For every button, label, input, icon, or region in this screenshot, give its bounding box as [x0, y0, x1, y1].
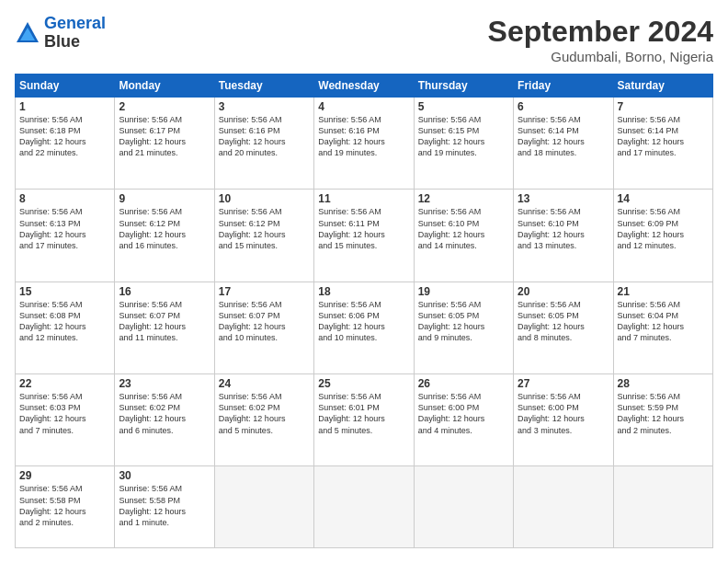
day-number: 9	[119, 192, 210, 205]
day-info: Sunrise: 5:56 AM Sunset: 6:00 PM Dayligh…	[418, 391, 509, 436]
header-tuesday: Tuesday	[214, 75, 313, 98]
header-friday: Friday	[514, 75, 613, 98]
day-info: Sunrise: 5:56 AM Sunset: 6:01 PM Dayligh…	[318, 391, 409, 436]
day-number: 5	[418, 100, 509, 113]
day-number: 1	[19, 100, 110, 113]
day-info: Sunrise: 5:56 AM Sunset: 6:15 PM Dayligh…	[418, 114, 509, 159]
day-cell: 21Sunrise: 5:56 AM Sunset: 6:04 PM Dayli…	[613, 282, 712, 373]
day-number: 29	[19, 469, 110, 482]
day-info: Sunrise: 5:56 AM Sunset: 6:08 PM Dayligh…	[19, 299, 110, 344]
day-number: 14	[618, 192, 709, 205]
day-cell: 8Sunrise: 5:56 AM Sunset: 6:13 PM Daylig…	[16, 190, 115, 282]
day-cell: 13Sunrise: 5:56 AM Sunset: 6:10 PM Dayli…	[514, 190, 613, 282]
header-sunday: Sunday	[16, 75, 115, 98]
day-info: Sunrise: 5:56 AM Sunset: 6:17 PM Dayligh…	[119, 114, 210, 159]
day-info: Sunrise: 5:56 AM Sunset: 6:13 PM Dayligh…	[19, 206, 110, 251]
day-cell: 20Sunrise: 5:56 AM Sunset: 6:05 PM Dayli…	[514, 282, 613, 373]
day-info: Sunrise: 5:56 AM Sunset: 5:58 PM Dayligh…	[19, 483, 110, 528]
header-monday: Monday	[115, 75, 214, 98]
day-info: Sunrise: 5:56 AM Sunset: 6:12 PM Dayligh…	[119, 206, 210, 251]
day-info: Sunrise: 5:56 AM Sunset: 6:02 PM Dayligh…	[119, 391, 210, 436]
day-info: Sunrise: 5:56 AM Sunset: 6:14 PM Dayligh…	[518, 114, 609, 159]
day-number: 30	[119, 469, 210, 482]
week-row-3: 15Sunrise: 5:56 AM Sunset: 6:08 PM Dayli…	[16, 282, 713, 373]
location: Gudumbali, Borno, Nigeria	[488, 49, 713, 64]
day-cell: 22Sunrise: 5:56 AM Sunset: 6:03 PM Dayli…	[16, 374, 115, 466]
day-cell: 27Sunrise: 5:56 AM Sunset: 6:00 PM Dayli…	[514, 374, 613, 466]
day-number: 11	[318, 192, 409, 205]
day-info: Sunrise: 5:56 AM Sunset: 6:18 PM Dayligh…	[19, 114, 110, 159]
day-cell: 11Sunrise: 5:56 AM Sunset: 6:11 PM Dayli…	[314, 190, 414, 282]
day-cell	[514, 466, 613, 548]
day-cell	[214, 466, 313, 548]
day-cell	[314, 466, 414, 548]
week-row-2: 8Sunrise: 5:56 AM Sunset: 6:13 PM Daylig…	[16, 190, 713, 282]
day-number: 8	[19, 192, 110, 205]
title-block: September 2024 Gudumbali, Borno, Nigeria	[488, 15, 713, 64]
day-number: 2	[119, 100, 210, 113]
day-number: 28	[618, 377, 709, 390]
day-cell: 4Sunrise: 5:56 AM Sunset: 6:16 PM Daylig…	[314, 98, 414, 190]
day-number: 23	[119, 377, 210, 390]
day-info: Sunrise: 5:56 AM Sunset: 6:16 PM Dayligh…	[219, 114, 310, 159]
day-number: 13	[518, 192, 609, 205]
page: General Blue September 2024 Gudumbali, B…	[0, 0, 728, 563]
day-number: 26	[418, 377, 509, 390]
day-cell: 10Sunrise: 5:56 AM Sunset: 6:12 PM Dayli…	[214, 190, 313, 282]
day-info: Sunrise: 5:56 AM Sunset: 6:09 PM Dayligh…	[618, 206, 709, 251]
day-cell: 17Sunrise: 5:56 AM Sunset: 6:07 PM Dayli…	[214, 282, 313, 373]
day-info: Sunrise: 5:56 AM Sunset: 6:05 PM Dayligh…	[518, 299, 609, 344]
logo-icon	[15, 20, 40, 46]
day-cell: 6Sunrise: 5:56 AM Sunset: 6:14 PM Daylig…	[514, 98, 613, 190]
header-saturday: Saturday	[613, 75, 712, 98]
day-number: 6	[518, 100, 609, 113]
day-info: Sunrise: 5:56 AM Sunset: 6:06 PM Dayligh…	[318, 299, 409, 344]
day-number: 20	[518, 285, 609, 298]
day-cell: 25Sunrise: 5:56 AM Sunset: 6:01 PM Dayli…	[314, 374, 414, 466]
day-number: 4	[318, 100, 409, 113]
day-info: Sunrise: 5:56 AM Sunset: 6:02 PM Dayligh…	[219, 391, 310, 436]
day-cell: 18Sunrise: 5:56 AM Sunset: 6:06 PM Dayli…	[314, 282, 414, 373]
day-number: 22	[19, 377, 110, 390]
day-number: 17	[219, 285, 310, 298]
day-number: 15	[19, 285, 110, 298]
day-info: Sunrise: 5:56 AM Sunset: 6:16 PM Dayligh…	[318, 114, 409, 159]
day-number: 18	[318, 285, 409, 298]
day-info: Sunrise: 5:56 AM Sunset: 6:00 PM Dayligh…	[518, 391, 609, 436]
day-cell: 7Sunrise: 5:56 AM Sunset: 6:14 PM Daylig…	[613, 98, 712, 190]
calendar-table: Sunday Monday Tuesday Wednesday Thursday…	[15, 74, 713, 548]
day-number: 7	[618, 100, 709, 113]
day-info: Sunrise: 5:56 AM Sunset: 5:59 PM Dayligh…	[618, 391, 709, 436]
day-info: Sunrise: 5:56 AM Sunset: 6:07 PM Dayligh…	[119, 299, 210, 344]
day-cell: 14Sunrise: 5:56 AM Sunset: 6:09 PM Dayli…	[613, 190, 712, 282]
day-number: 19	[418, 285, 509, 298]
day-cell	[414, 466, 513, 548]
day-number: 21	[618, 285, 709, 298]
day-info: Sunrise: 5:56 AM Sunset: 6:07 PM Dayligh…	[219, 299, 310, 344]
logo: General Blue	[15, 15, 106, 52]
day-info: Sunrise: 5:56 AM Sunset: 6:04 PM Dayligh…	[618, 299, 709, 344]
header: General Blue September 2024 Gudumbali, B…	[15, 15, 713, 64]
day-cell: 9Sunrise: 5:56 AM Sunset: 6:12 PM Daylig…	[115, 190, 214, 282]
day-cell: 28Sunrise: 5:56 AM Sunset: 5:59 PM Dayli…	[613, 374, 712, 466]
day-cell: 1Sunrise: 5:56 AM Sunset: 6:18 PM Daylig…	[16, 98, 115, 190]
day-number: 16	[119, 285, 210, 298]
day-info: Sunrise: 5:56 AM Sunset: 6:05 PM Dayligh…	[418, 299, 509, 344]
day-number: 24	[219, 377, 310, 390]
day-cell: 16Sunrise: 5:56 AM Sunset: 6:07 PM Dayli…	[115, 282, 214, 373]
week-row-1: 1Sunrise: 5:56 AM Sunset: 6:18 PM Daylig…	[16, 98, 713, 190]
day-info: Sunrise: 5:56 AM Sunset: 6:10 PM Dayligh…	[518, 206, 609, 251]
weekday-header-row: Sunday Monday Tuesday Wednesday Thursday…	[16, 75, 713, 98]
day-cell: 24Sunrise: 5:56 AM Sunset: 6:02 PM Dayli…	[214, 374, 313, 466]
day-cell: 15Sunrise: 5:56 AM Sunset: 6:08 PM Dayli…	[16, 282, 115, 373]
day-cell: 12Sunrise: 5:56 AM Sunset: 6:10 PM Dayli…	[414, 190, 513, 282]
logo-text: General Blue	[44, 15, 106, 52]
header-wednesday: Wednesday	[314, 75, 414, 98]
day-cell: 23Sunrise: 5:56 AM Sunset: 6:02 PM Dayli…	[115, 374, 214, 466]
day-cell: 19Sunrise: 5:56 AM Sunset: 6:05 PM Dayli…	[414, 282, 513, 373]
day-cell: 29Sunrise: 5:56 AM Sunset: 5:58 PM Dayli…	[16, 466, 115, 548]
day-info: Sunrise: 5:56 AM Sunset: 6:03 PM Dayligh…	[19, 391, 110, 436]
week-row-5: 29Sunrise: 5:56 AM Sunset: 5:58 PM Dayli…	[16, 466, 713, 548]
day-number: 12	[418, 192, 509, 205]
week-row-4: 22Sunrise: 5:56 AM Sunset: 6:03 PM Dayli…	[16, 374, 713, 466]
